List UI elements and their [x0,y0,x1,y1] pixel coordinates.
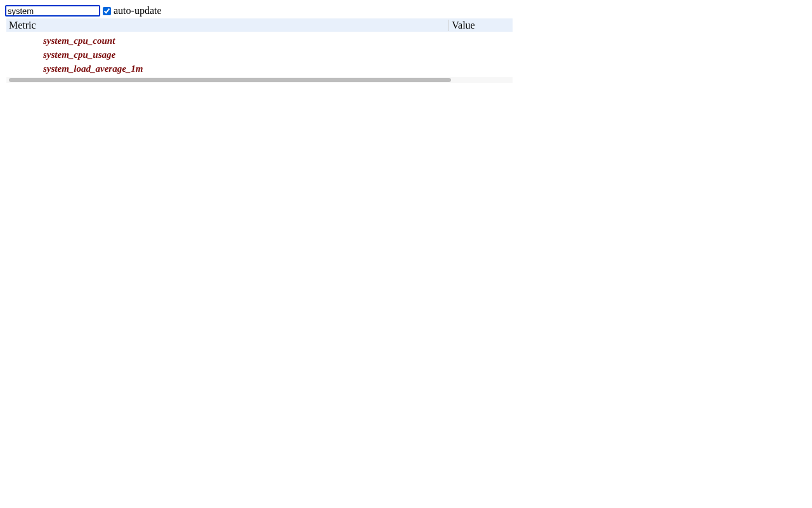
progress-bar [9,78,511,82]
auto-update-label: auto-update [114,5,162,17]
progress-row [5,77,513,83]
top-bar: auto-update [5,5,807,17]
autocomplete-dropdown: system_cpu_count system_cpu_usage system… [5,32,513,77]
auto-update-checkbox[interactable] [103,7,111,15]
column-header-metric[interactable]: Metric [6,20,449,31]
autocomplete-option[interactable]: system_cpu_usage [43,48,513,62]
column-header-value[interactable]: Value [449,20,513,31]
autocomplete-option[interactable]: system_load_average_1m [43,62,513,76]
search-input[interactable] [5,5,100,17]
autocomplete-option[interactable]: system_cpu_count [43,34,513,48]
progress-bar-fill [9,78,451,82]
metrics-table: Metric Value system_cpu_count system_cpu… [5,18,513,83]
table-header-row: Metric Value [5,18,513,32]
